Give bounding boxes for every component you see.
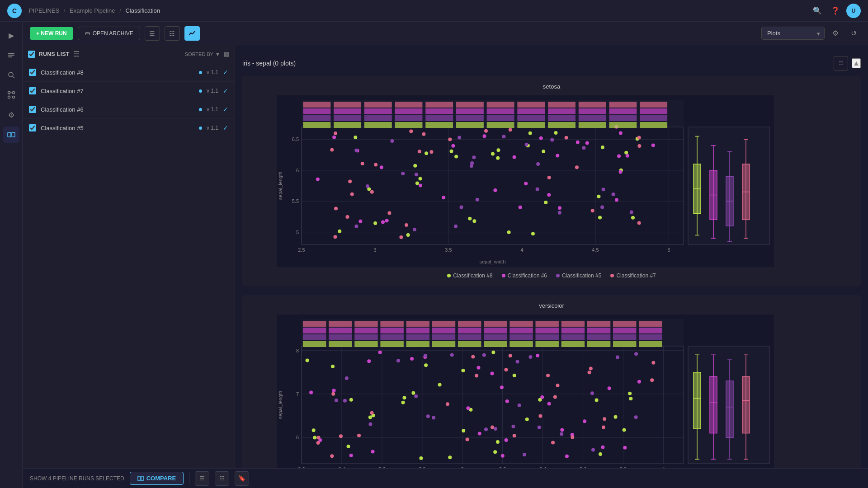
svg-rect-2 bbox=[8, 56, 12, 57]
legend-class8: Classification #8 bbox=[447, 272, 492, 279]
section-icon-btn[interactable]: ☷ bbox=[834, 56, 848, 70]
setosa-title: setosa bbox=[250, 83, 854, 90]
run-8-check: ✓ bbox=[223, 69, 228, 76]
run-7-checkbox[interactable] bbox=[29, 87, 36, 94]
view-chart-button[interactable] bbox=[184, 26, 200, 41]
search-icon-btn[interactable]: 🔍 bbox=[810, 4, 825, 18]
sidebar-item-pipeline[interactable] bbox=[3, 87, 19, 103]
top-nav: C PIPELINES / Example Pipeline / Classif… bbox=[0, 0, 868, 22]
refresh-button[interactable]: ↺ bbox=[846, 26, 861, 41]
select-all-checkbox[interactable] bbox=[28, 51, 35, 58]
sidebar-item-settings[interactable]: ⚙ bbox=[3, 107, 19, 123]
run-8-dot bbox=[199, 71, 202, 74]
plots-select-wrapper: Plots Metrics Artifacts bbox=[761, 27, 825, 40]
run-5-checkbox[interactable] bbox=[29, 124, 36, 131]
settings-button[interactable]: ⚙ bbox=[828, 26, 843, 41]
run-7-version: v 1.1 bbox=[207, 88, 218, 94]
svg-point-3 bbox=[9, 72, 13, 77]
bottom-bar: SHOW 4 PIPELINE RUNS SELECTED COMPARE ☰ … bbox=[23, 468, 868, 488]
svg-point-6 bbox=[12, 92, 14, 94]
run-8-checkbox[interactable] bbox=[29, 69, 36, 76]
main-content: iris - sepal (0 plots) ☷ ▲ setosa Clas bbox=[235, 45, 868, 488]
versicolor-canvas bbox=[277, 314, 774, 486]
breadcrumb: PIPELINES / Example Pipeline / Classific… bbox=[29, 7, 160, 14]
run-item-7[interactable]: Classification #7 v 1.1 ✓ bbox=[23, 82, 235, 100]
run-7-name: Classification #7 bbox=[41, 88, 194, 94]
content-area: RUNS LIST ☰ SORTED BY ▼ ▦ Classification… bbox=[23, 45, 868, 488]
runs-header: RUNS LIST ☰ SORTED BY ▼ ▦ bbox=[23, 45, 235, 63]
versicolor-title: versicolor bbox=[250, 302, 854, 309]
bottom-bookmark-btn[interactable]: 🔖 bbox=[235, 471, 249, 486]
bottom-list-btn[interactable]: ☰ bbox=[195, 471, 209, 486]
run-6-version: v 1.1 bbox=[207, 106, 218, 113]
sorted-by[interactable]: SORTED BY ▼ bbox=[185, 52, 220, 57]
help-icon-btn[interactable]: ❓ bbox=[828, 4, 843, 18]
legend-class5: Classification #5 bbox=[556, 272, 601, 279]
legend-dot-7 bbox=[610, 274, 614, 277]
legend-dot-5 bbox=[556, 274, 560, 277]
run-6-check: ✓ bbox=[223, 106, 228, 113]
svg-rect-13 bbox=[138, 476, 140, 481]
run-item-5[interactable]: Classification #5 v 1.1 ✓ bbox=[23, 119, 235, 137]
setosa-legend: Classification #8 Classification #6 Clas… bbox=[250, 272, 854, 279]
compare-button[interactable]: COMPARE bbox=[130, 472, 184, 485]
svg-rect-12 bbox=[12, 132, 15, 137]
run-5-version: v 1.1 bbox=[207, 125, 218, 131]
svg-line-4 bbox=[13, 76, 14, 78]
archive-icon: 🗃 bbox=[85, 30, 90, 37]
new-run-button[interactable]: + NEW RUN bbox=[30, 27, 73, 40]
sidebar-item-runs[interactable]: ▶ bbox=[3, 27, 19, 43]
svg-rect-0 bbox=[8, 53, 14, 54]
left-sidebar: ▶ ⚙ bbox=[0, 22, 23, 488]
setosa-chart: setosa Classification #8 Classification … bbox=[242, 76, 861, 286]
open-archive-button[interactable]: 🗃 OPEN ARCHIVE bbox=[78, 27, 140, 40]
show-runs-label: SHOW 4 PIPELINE RUNS SELECTED bbox=[30, 475, 124, 482]
filter-icon[interactable]: ▦ bbox=[224, 51, 229, 57]
svg-point-5 bbox=[8, 92, 10, 94]
run-6-dot bbox=[199, 108, 202, 111]
run-6-name: Classification #6 bbox=[41, 106, 194, 113]
run-item-8[interactable]: Classification #8 v 1.1 ✓ bbox=[23, 63, 235, 82]
bottom-separator bbox=[189, 473, 189, 484]
view-grid-button[interactable]: ☷ bbox=[165, 26, 180, 41]
run-8-name: Classification #8 bbox=[41, 69, 194, 76]
run-5-name: Classification #5 bbox=[41, 125, 194, 131]
svg-rect-11 bbox=[8, 132, 11, 137]
svg-rect-14 bbox=[141, 476, 143, 481]
run-8-version: v 1.1 bbox=[207, 69, 218, 75]
sidebar-item-experiments[interactable] bbox=[3, 47, 19, 63]
toolbar-right: Plots Metrics Artifacts ⚙ ↺ bbox=[761, 26, 861, 41]
plots-select[interactable]: Plots Metrics Artifacts bbox=[761, 27, 825, 40]
runs-settings-icon[interactable]: ☰ bbox=[73, 50, 80, 58]
run-7-check: ✓ bbox=[223, 87, 228, 94]
compare-icon bbox=[137, 475, 144, 482]
legend-dot-8 bbox=[447, 274, 451, 277]
bottom-grid-btn[interactable]: ☷ bbox=[215, 471, 229, 486]
section-collapse-btn[interactable]: ▲ bbox=[852, 58, 861, 68]
view-list-button[interactable]: ☰ bbox=[145, 26, 160, 41]
toolbar: + NEW RUN 🗃 OPEN ARCHIVE ☰ ☷ Plots Metri… bbox=[23, 22, 868, 45]
section-header: iris - sepal (0 plots) ☷ ▲ bbox=[242, 52, 861, 76]
run-item-6[interactable]: Classification #6 v 1.1 ✓ bbox=[23, 100, 235, 119]
run-6-checkbox[interactable] bbox=[29, 106, 36, 113]
svg-point-7 bbox=[8, 96, 10, 99]
runs-title: RUNS LIST bbox=[39, 51, 70, 57]
versicolor-chart: versicolor bbox=[242, 295, 861, 488]
run-7-dot bbox=[199, 89, 202, 93]
setosa-canvas bbox=[277, 95, 774, 267]
user-avatar[interactable]: U bbox=[846, 4, 861, 18]
legend-class6: Classification #6 bbox=[502, 272, 547, 279]
svg-rect-1 bbox=[8, 55, 14, 56]
app-logo: C bbox=[7, 4, 22, 18]
runs-panel: RUNS LIST ☰ SORTED BY ▼ ▦ Classification… bbox=[23, 45, 235, 488]
run-5-check: ✓ bbox=[223, 124, 228, 131]
legend-class7: Classification #7 bbox=[610, 272, 656, 279]
run-5-dot bbox=[199, 127, 202, 130]
sidebar-item-compare[interactable] bbox=[3, 127, 19, 143]
sidebar-item-search[interactable] bbox=[3, 67, 19, 83]
main-layout: + NEW RUN 🗃 OPEN ARCHIVE ☰ ☷ Plots Metri… bbox=[23, 22, 868, 488]
section-title: iris - sepal (0 plots) bbox=[242, 60, 296, 67]
svg-point-8 bbox=[12, 96, 14, 99]
legend-dot-6 bbox=[502, 274, 505, 277]
